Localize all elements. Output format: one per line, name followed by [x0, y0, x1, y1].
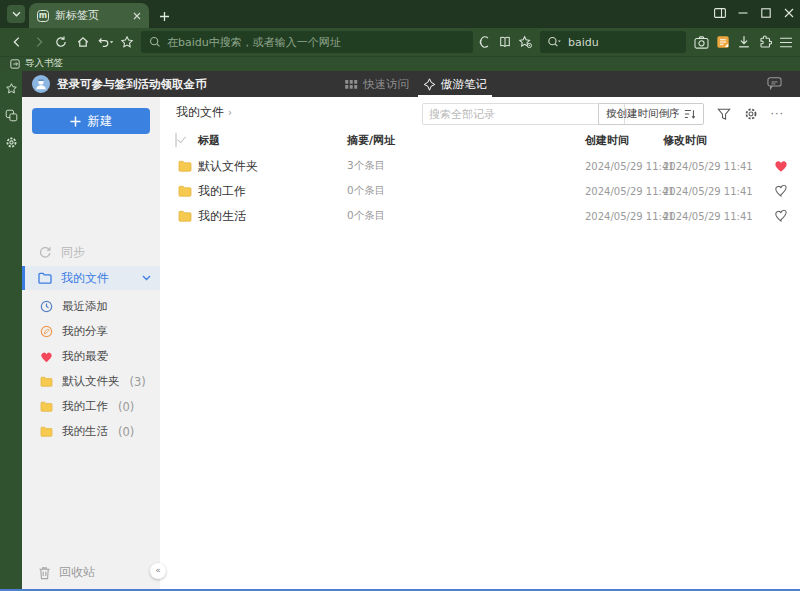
notes-workspace: 新建 同步 我的文件 最近添加 — [22, 97, 800, 589]
share-icon — [40, 325, 53, 338]
row-title[interactable]: 我的工作 — [198, 182, 246, 199]
sidebar-item-shares[interactable]: 我的分享 — [22, 319, 160, 344]
login-banner[interactable]: 登录可参与签到活动领取金币 — [57, 77, 207, 92]
list-tools: 按创建时间倒序 ··· — [598, 103, 784, 125]
table-row[interactable]: 默认文件夹 3个条目 2024/05/29 11:41 2024/05/29 1… — [160, 153, 800, 178]
row-title[interactable]: 我的生活 — [198, 207, 246, 224]
star-icon — [120, 35, 134, 49]
maximize-button[interactable] — [754, 0, 777, 26]
page-header: 登录可参与签到活动领取金币 快速访问 傲游笔记 — [22, 71, 800, 97]
recycle-bin-button[interactable]: 回收站 — [38, 564, 95, 581]
home-button[interactable] — [72, 31, 94, 53]
more-options-icon[interactable]: ··· — [771, 109, 785, 119]
close-window-button[interactable] — [777, 0, 800, 26]
screenshot-button[interactable] — [691, 31, 712, 53]
sort-icon — [684, 108, 696, 120]
maxnote-toolbar-button[interactable] — [712, 31, 733, 53]
hamburger-menu-icon — [779, 37, 793, 48]
camera-icon — [694, 36, 709, 49]
folder-icon — [178, 160, 192, 172]
column-title[interactable]: 标题 — [198, 133, 220, 148]
new-tab-button[interactable] — [159, 11, 170, 22]
chevron-right-icon: › — [228, 107, 232, 118]
maxnote-tab-icon — [423, 78, 436, 91]
folder-icon — [178, 210, 192, 222]
row-summary: 3个条目 — [347, 159, 385, 173]
puzzle-icon — [758, 35, 772, 49]
sidebar-item-life[interactable]: 我的生活 (0) — [22, 419, 160, 444]
new-note-label: 新建 — [88, 113, 113, 130]
forward-button[interactable] — [28, 31, 50, 53]
filter-icon[interactable] — [717, 108, 731, 121]
row-summary: 0个条目 — [347, 209, 385, 223]
grid-icon — [345, 80, 358, 89]
search-icon — [149, 36, 161, 48]
feedback-button[interactable] — [767, 76, 782, 90]
sidebar-item-label: 默认文件夹 — [62, 374, 120, 389]
column-modified[interactable]: 修改时间 — [663, 133, 707, 148]
sidebar-item-recent[interactable]: 最近添加 — [22, 294, 160, 319]
favorite-heart-outline-icon[interactable] — [774, 209, 788, 222]
sidebar-item-default-folder[interactable]: 默认文件夹 (3) — [22, 369, 160, 394]
favorite-button[interactable] — [116, 31, 138, 53]
browser-tab[interactable]: m 新标签页 — [29, 3, 149, 28]
row-modified: 2024/05/29 11:41 — [663, 185, 753, 196]
undo-button[interactable] — [94, 31, 116, 53]
table-row[interactable]: 我的生活 0个条目 2024/05/29 11:41 2024/05/29 11… — [160, 203, 800, 228]
sidebar-item-work[interactable]: 我的工作 (0) — [22, 394, 160, 419]
breadcrumb[interactable]: 我的文件 › — [176, 101, 232, 123]
chevron-down-icon[interactable] — [142, 275, 151, 281]
refresh-button[interactable] — [50, 31, 72, 53]
sidebar-item-favorites[interactable]: 我的最爱 — [22, 344, 160, 369]
sort-order-button[interactable]: 按创建时间倒序 — [598, 103, 704, 125]
favorites-strip-icon[interactable] — [5, 82, 18, 95]
column-summary[interactable]: 摘要/网址 — [347, 133, 395, 148]
settings-strip-icon[interactable] — [5, 136, 18, 149]
search-engine-query: baidu — [568, 36, 599, 49]
favorite-heart-outline-icon[interactable] — [774, 184, 788, 197]
notes-search-input[interactable] — [429, 108, 606, 121]
folder-icon — [38, 272, 52, 284]
search-engine-icon — [547, 36, 563, 48]
table-row[interactable]: 我的工作 0个条目 2024/05/29 11:41 2024/05/29 11… — [160, 178, 800, 203]
item-count: (3) — [130, 375, 146, 389]
sidebar-item-label: 最近添加 — [62, 299, 108, 314]
bookmarks-bar: 导入书签 — [0, 56, 800, 71]
main-menu-button[interactable] — [775, 31, 796, 53]
avatar[interactable] — [32, 75, 50, 93]
reading-mode-button[interactable] — [495, 31, 514, 53]
notes-panel: 登录可参与签到活动领取金币 快速访问 傲游笔记 新建 同步 — [22, 71, 800, 589]
address-input[interactable] — [167, 36, 465, 49]
select-all-checkbox[interactable] — [175, 133, 177, 148]
table-header: 标题 摘要/网址 创建时间 修改时间 — [160, 129, 800, 151]
maxnote-strip-icon[interactable] — [5, 109, 18, 122]
gear-icon[interactable] — [744, 107, 758, 121]
favorite-heart-icon[interactable] — [774, 159, 788, 172]
my-files-label: 我的文件 — [61, 270, 109, 287]
table-body: 默认文件夹 3个条目 2024/05/29 11:41 2024/05/29 1… — [160, 153, 800, 228]
tab-quick-access[interactable]: 快速访问 — [345, 71, 409, 97]
notes-search-box[interactable] — [422, 103, 625, 125]
import-bookmarks-button[interactable]: 导入书签 — [25, 57, 63, 70]
back-button[interactable] — [6, 31, 28, 53]
tab-close-icon[interactable] — [133, 12, 141, 20]
tab-maxnote[interactable]: 傲游笔记 — [423, 71, 487, 97]
new-note-button[interactable]: 新建 — [32, 108, 150, 134]
home-icon — [76, 35, 90, 49]
minimize-button[interactable] — [731, 0, 754, 26]
sidebar-item-my-files[interactable]: 我的文件 — [22, 266, 160, 290]
favorites-manager-button[interactable] — [516, 31, 535, 53]
column-created[interactable]: 创建时间 — [585, 133, 629, 148]
split-screen-button[interactable] — [708, 0, 731, 26]
trash-icon — [38, 566, 51, 580]
read-aloud-button[interactable] — [474, 31, 493, 53]
plus-icon — [159, 11, 170, 22]
row-title[interactable]: 默认文件夹 — [198, 157, 258, 174]
collapse-sidebar-button[interactable]: « — [150, 563, 166, 579]
extensions-button[interactable] — [754, 31, 775, 53]
search-engine-box[interactable]: baidu — [540, 31, 686, 53]
address-bar[interactable] — [141, 31, 473, 53]
tab-list-chevron-button[interactable] — [7, 5, 25, 23]
sync-button[interactable]: 同步 — [22, 240, 160, 264]
downloads-button[interactable] — [733, 31, 754, 53]
